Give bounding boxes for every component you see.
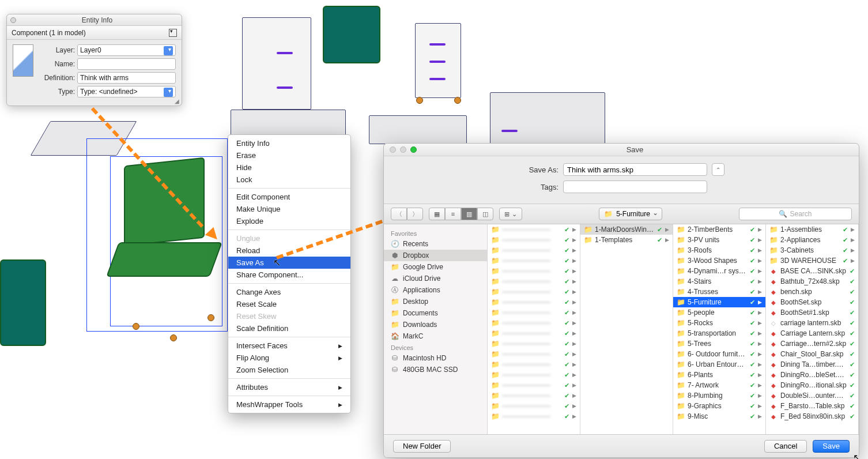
file-row[interactable]: 📁2-Appliances✔▶ bbox=[766, 235, 858, 245]
file-row[interactable]: 📁7- Artwork✔▶ bbox=[673, 380, 765, 390]
close-icon[interactable] bbox=[10, 17, 16, 23]
file-row[interactable]: 📁———————✔▶ bbox=[488, 224, 580, 235]
file-row[interactable]: 📁———————✔▶ bbox=[488, 266, 580, 276]
file-row[interactable]: 📁6- Urban Entourage✔▶ bbox=[673, 359, 765, 370]
file-row[interactable]: ◆BoothSet#1.skp✔ bbox=[766, 307, 858, 318]
saveas-input[interactable]: Think with arms.skp bbox=[563, 163, 707, 176]
save-button[interactable]: Save bbox=[813, 440, 850, 453]
file-row[interactable]: 📁———————✔▶ bbox=[488, 338, 580, 349]
file-row[interactable]: ◆F_Barsto…Table.skp✔ bbox=[766, 401, 858, 411]
file-row[interactable]: 📁3-Cabinets✔▶ bbox=[766, 245, 858, 255]
file-row[interactable]: ◆DoubleSi…ounter.skp✔ bbox=[766, 390, 858, 401]
context-menu-item[interactable]: Make Unique bbox=[228, 203, 350, 215]
file-row[interactable]: 📁1-Templates✔▶ bbox=[580, 235, 673, 245]
save-titlebar[interactable]: Save bbox=[384, 144, 859, 156]
resize-handle-icon[interactable]: ◢ bbox=[175, 98, 179, 104]
file-row[interactable]: 📁5-Furniture✔▶ bbox=[673, 297, 765, 307]
file-row[interactable]: 📁5-transportation✔▶ bbox=[673, 328, 765, 338]
context-menu-item[interactable]: Hide bbox=[228, 161, 350, 174]
cancel-button[interactable]: Cancel bbox=[764, 440, 807, 453]
sidebar-item[interactable]: ☁iCloud Drive bbox=[384, 273, 487, 284]
browser-column-1[interactable]: 📁———————✔▶📁———————✔▶📁———————✔▶📁———————✔▶… bbox=[488, 224, 580, 434]
file-row[interactable]: 📁4-Stairs✔▶ bbox=[673, 276, 765, 287]
entity-info-titlebar[interactable]: Entity Info bbox=[7, 14, 182, 26]
file-row[interactable]: ◆Bathtub_72x48.skp✔ bbox=[766, 276, 858, 287]
file-row[interactable]: 📁———————✔▶ bbox=[488, 235, 580, 245]
browser-column-4[interactable]: 📁1-Assemblies✔▶📁2-Appliances✔▶📁3-Cabinet… bbox=[766, 224, 859, 434]
path-selector[interactable]: 📁 5-Furniture bbox=[599, 208, 662, 220]
file-row[interactable]: 📁6- Outdoor furniture✔▶ bbox=[673, 349, 765, 359]
file-row[interactable]: 📁3-Wood Shapes✔▶ bbox=[673, 255, 765, 266]
search-input[interactable]: 🔍 Search bbox=[739, 208, 852, 220]
file-row[interactable]: 📁5-Trees✔▶ bbox=[673, 338, 765, 349]
file-row[interactable]: ◆Carriage…tern#2.skp✔ bbox=[766, 338, 858, 349]
type-select[interactable]: Type: <undefined> bbox=[77, 86, 176, 97]
file-row[interactable]: 📁9-Graphics✔▶ bbox=[673, 401, 765, 411]
file-row[interactable]: ◆Chair_Stool_Bar.skp✔ bbox=[766, 349, 858, 359]
file-row[interactable]: 📁6-Plants✔▶ bbox=[673, 370, 765, 380]
browser-column-3[interactable]: 📁2-TimberBents✔▶📁3-PV units✔▶📁3-Roofs✔▶📁… bbox=[673, 224, 766, 434]
context-menu-item[interactable]: Share Component... bbox=[228, 269, 350, 281]
back-button[interactable]: 〈 bbox=[391, 208, 407, 220]
context-menu-item[interactable]: Erase bbox=[228, 149, 350, 161]
sidebar-item[interactable]: 🏠MarkC bbox=[384, 330, 487, 342]
context-menu-item[interactable]: Scale Definition bbox=[228, 322, 350, 334]
group-by-button[interactable]: ⊞ ⌄ bbox=[499, 208, 522, 220]
file-row[interactable]: 📁5-Rocks✔▶ bbox=[673, 318, 765, 328]
context-menu-item[interactable]: Flip Along bbox=[228, 352, 350, 364]
zoom-icon[interactable] bbox=[410, 146, 417, 153]
file-row[interactable]: 📁———————✔▶ bbox=[488, 411, 580, 422]
file-row[interactable]: ◆DiningRo…bleSet.skp✔ bbox=[766, 370, 858, 380]
context-menu-item[interactable]: Explode bbox=[228, 215, 350, 227]
file-row[interactable]: 📁———————✔▶ bbox=[488, 245, 580, 255]
tags-input[interactable] bbox=[563, 180, 707, 193]
context-menu-item[interactable]: Intersect Faces bbox=[228, 340, 350, 352]
sidebar-item[interactable]: ⒶApplications bbox=[384, 284, 487, 296]
file-row[interactable]: 📁4-Dynami…r systems✔▶ bbox=[673, 266, 765, 276]
sidebar-item[interactable]: 🕘Recents bbox=[384, 238, 487, 250]
definition-input[interactable]: Think with arms bbox=[77, 72, 176, 84]
file-row[interactable]: 📁———————✔▶ bbox=[488, 380, 580, 390]
file-row[interactable]: ◆bench.skp✔ bbox=[766, 287, 858, 297]
layer-select[interactable]: Layer0 bbox=[77, 44, 176, 56]
context-menu-item[interactable]: Attributes bbox=[228, 381, 350, 393]
file-row[interactable]: 📁5-people✔▶ bbox=[673, 307, 765, 318]
context-menu-item[interactable]: Change Axes bbox=[228, 286, 350, 298]
collapse-icon[interactable]: ⌃ bbox=[712, 163, 724, 176]
file-row[interactable]: ◇carriage lantern.skb✔ bbox=[766, 318, 858, 328]
sidebar-item[interactable]: ⛁Macintosh HD bbox=[384, 352, 487, 364]
context-menu-item[interactable]: MeshWrapper Tools bbox=[228, 398, 350, 411]
file-row[interactable]: 📁———————✔▶ bbox=[488, 390, 580, 401]
file-row[interactable]: 📁———————✔▶ bbox=[488, 287, 580, 297]
file-row[interactable]: 📁3D WAREHOUSE✔▶ bbox=[766, 255, 858, 266]
file-row[interactable]: 📁9-Misc✔▶ bbox=[673, 411, 765, 422]
context-menu-item[interactable]: Entity Info bbox=[228, 137, 350, 149]
component-thumbnail[interactable] bbox=[13, 44, 33, 77]
file-row[interactable]: 📁8-Plumbing✔▶ bbox=[673, 390, 765, 401]
file-row[interactable]: ◆BoothSet.skp✔ bbox=[766, 297, 858, 307]
file-row[interactable]: ◆BASE CA…SINK.skp✔ bbox=[766, 266, 858, 276]
file-row[interactable]: 📁3-Roofs✔▶ bbox=[673, 245, 765, 255]
context-menu-item[interactable]: Lock bbox=[228, 174, 350, 186]
file-row[interactable]: 📁———————✔▶ bbox=[488, 370, 580, 380]
sidebar-item[interactable]: 📁Desktop bbox=[384, 296, 487, 307]
file-row[interactable]: 📁4-Trusses✔▶ bbox=[673, 287, 765, 297]
context-menu-item[interactable]: Reset Scale bbox=[228, 298, 350, 310]
view-columns-button[interactable]: ▥ bbox=[461, 208, 477, 220]
sidebar-item[interactable]: 📁Google Drive bbox=[384, 261, 487, 273]
close-icon[interactable] bbox=[390, 146, 396, 153]
sidebar-item[interactable]: 📁Documents bbox=[384, 307, 487, 319]
sidebar-item[interactable]: ⬢Dropbox bbox=[384, 250, 487, 261]
file-row[interactable]: ◆Dining Ta…timber.skp✔ bbox=[766, 359, 858, 370]
context-menu-item[interactable]: Edit Component bbox=[228, 191, 350, 203]
view-list-button[interactable]: ≡ bbox=[445, 208, 461, 220]
file-row[interactable]: 📁———————✔▶ bbox=[488, 401, 580, 411]
new-folder-button[interactable]: New Folder bbox=[393, 440, 451, 453]
file-row[interactable]: 📁———————✔▶ bbox=[488, 349, 580, 359]
file-row[interactable]: 📁———————✔▶ bbox=[488, 318, 580, 328]
file-row[interactable]: 📁3-PV units✔▶ bbox=[673, 235, 765, 245]
file-row[interactable]: 📁———————✔▶ bbox=[488, 328, 580, 338]
file-row[interactable]: 📁———————✔▶ bbox=[488, 276, 580, 287]
expand-icon[interactable] bbox=[169, 29, 177, 37]
file-row[interactable]: 📁———————✔▶ bbox=[488, 307, 580, 318]
